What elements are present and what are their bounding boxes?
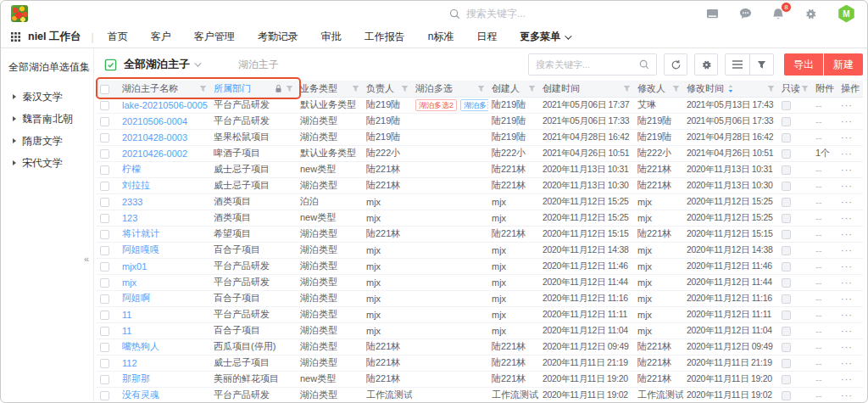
filter-icon[interactable] — [528, 85, 536, 92]
row-checkbox[interactable] — [100, 198, 109, 207]
column-header-label[interactable]: 附件 — [815, 82, 834, 95]
record-name-link[interactable]: 2333 — [122, 197, 142, 207]
table-search[interactable] — [528, 53, 657, 76]
refresh-button[interactable] — [664, 53, 687, 76]
row-checkbox[interactable] — [100, 343, 109, 352]
column-header-label[interactable]: 修改人 — [637, 82, 665, 95]
nav-item[interactable]: 日程 — [476, 30, 497, 44]
nav-item[interactable]: n标准 — [428, 30, 454, 44]
row-checkbox[interactable] — [100, 117, 109, 126]
row-actions-button[interactable]: ··· — [837, 339, 863, 355]
row-actions-button[interactable]: ··· — [837, 113, 863, 129]
filter-icon[interactable] — [199, 85, 207, 92]
record-name-link[interactable]: 11 — [122, 326, 131, 336]
bell-icon[interactable]: 8 — [772, 8, 784, 20]
row-checkbox[interactable] — [100, 230, 109, 239]
record-name-link[interactable]: 柠檬 — [122, 164, 141, 174]
row-actions-button[interactable]: ··· — [837, 242, 863, 258]
record-name-link[interactable]: 11 — [122, 310, 131, 320]
settings-button[interactable] — [694, 53, 718, 76]
notebook-icon[interactable] — [706, 8, 719, 20]
row-checkbox[interactable] — [100, 391, 109, 400]
filter-icon[interactable] — [286, 85, 293, 92]
nav-item[interactable]: 客户 — [151, 30, 171, 44]
row-checkbox[interactable] — [100, 182, 109, 191]
row-actions-button[interactable]: ··· — [837, 387, 863, 403]
filter-icon[interactable] — [352, 85, 359, 92]
row-actions-button[interactable]: ··· — [837, 258, 863, 274]
row-actions-button[interactable]: ··· — [837, 177, 863, 193]
filter-button[interactable] — [749, 54, 773, 75]
filter-icon[interactable] — [672, 85, 680, 92]
sidebar-tree-item[interactable]: 秦汉文学 — [1, 86, 93, 108]
app-grid-icon[interactable] — [11, 32, 20, 42]
nav-item[interactable]: 审批 — [321, 30, 342, 44]
row-checkbox[interactable] — [100, 101, 109, 110]
record-name-link[interactable]: 20210506-0004 — [122, 116, 187, 126]
create-button[interactable]: 新建 — [824, 53, 863, 76]
column-header-label[interactable]: 只读 — [782, 82, 800, 95]
sidebar-tree-item[interactable]: 魏晋南北朝 — [1, 108, 93, 130]
table-search-input[interactable] — [536, 59, 639, 70]
column-header-label[interactable]: 业务类型 — [300, 82, 337, 95]
row-checkbox[interactable] — [100, 311, 109, 320]
nav-more-menu[interactable]: 更多菜单 — [520, 30, 570, 44]
record-name-link[interactable]: 将计就计 — [122, 228, 159, 238]
nav-item[interactable]: 客户管理 — [194, 30, 235, 44]
column-header-label[interactable]: 负责人 — [366, 82, 394, 95]
record-name-link[interactable]: 那那那 — [122, 373, 150, 383]
column-settings-button[interactable] — [726, 54, 749, 75]
record-name-link[interactable]: 没有灵魂 — [122, 389, 159, 400]
filter-icon[interactable] — [767, 85, 775, 92]
record-name-link[interactable]: mjx — [122, 277, 136, 288]
row-actions-button[interactable]: ··· — [837, 274, 863, 290]
nav-item[interactable]: 工作报告 — [364, 30, 405, 44]
column-header-label[interactable]: 操作 — [841, 82, 860, 95]
row-checkbox[interactable] — [100, 278, 109, 288]
chat-icon[interactable] — [739, 8, 752, 20]
gear-icon[interactable] — [804, 8, 817, 20]
row-checkbox[interactable] — [100, 149, 109, 159]
column-header-label[interactable]: 湖泊主子名称 — [122, 82, 178, 95]
nav-item[interactable]: 考勤记录 — [258, 30, 298, 44]
workspace-title[interactable]: niel 工作台 — [28, 30, 81, 44]
expand-arrow-icon[interactable] — [13, 160, 16, 165]
record-name-link[interactable]: 刘拉拉 — [122, 180, 150, 190]
row-checkbox[interactable] — [100, 359, 109, 368]
row-actions-button[interactable]: ··· — [837, 193, 863, 210]
record-name-link[interactable]: 阿姐啊 — [122, 293, 150, 303]
sidebar-tree-item[interactable]: 隋唐文学 — [1, 130, 93, 152]
row-actions-button[interactable]: ··· — [837, 290, 863, 306]
row-checkbox[interactable] — [100, 214, 109, 223]
row-checkbox[interactable] — [100, 375, 109, 384]
column-header-label[interactable]: 创建人 — [492, 82, 520, 95]
row-actions-button[interactable]: ··· — [837, 161, 863, 177]
row-checkbox[interactable] — [100, 294, 109, 304]
row-checkbox[interactable] — [100, 246, 109, 255]
record-name-link[interactable]: mjx01 — [122, 261, 147, 271]
filter-icon[interactable] — [623, 85, 631, 92]
user-avatar[interactable]: M — [837, 5, 855, 23]
export-button[interactable]: 导出 — [784, 53, 823, 76]
row-actions-button[interactable]: ··· — [837, 355, 863, 371]
expand-arrow-icon[interactable] — [13, 94, 16, 99]
record-name-link[interactable]: 20210426-0002 — [122, 148, 187, 159]
column-header-label[interactable]: 湖泊多选 — [415, 82, 453, 95]
row-actions-button[interactable]: ··· — [837, 97, 863, 113]
view-title[interactable]: 全部湖泊主子 — [124, 57, 190, 72]
record-name-link[interactable]: 20210428-0003 — [122, 132, 187, 143]
filter-icon[interactable] — [801, 85, 809, 92]
row-actions-button[interactable]: ··· — [837, 306, 863, 322]
record-name-link[interactable]: 123 — [122, 213, 137, 223]
row-actions-button[interactable]: ··· — [837, 371, 863, 387]
sidebar-collapse-handle[interactable]: « — [84, 254, 89, 264]
row-actions-button[interactable]: ··· — [837, 322, 863, 339]
row-checkbox[interactable] — [100, 327, 109, 336]
sort-icon[interactable] — [727, 84, 734, 93]
app-logo[interactable] — [11, 5, 28, 22]
row-actions-button[interactable]: ··· — [837, 129, 863, 145]
column-header-label[interactable]: 修改时间 — [687, 82, 724, 95]
select-all-checkbox[interactable] — [100, 85, 109, 94]
column-header-label[interactable]: 创建时间 — [542, 82, 580, 95]
record-name-link[interactable]: 嘴热狗人 — [122, 341, 159, 351]
